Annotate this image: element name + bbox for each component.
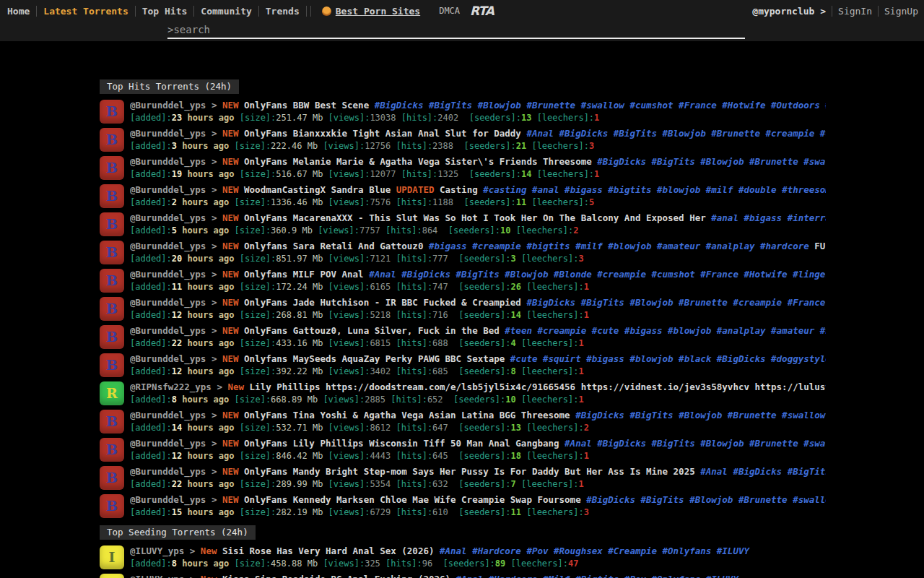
user-avatar-badge[interactable]: I (100, 545, 124, 569)
torrent-title-line: @Burunddel_yps > NEW OnlyFans Kennedy Ma… (130, 494, 826, 506)
torrent-tags[interactable]: #Anal #BigDicks #BigTits #Blowjob #Brune… (565, 438, 826, 449)
torrent-title[interactable]: OnlyFans Lily Phillips Wisconsin Tiff 50… (244, 438, 559, 449)
added-value: 11 (172, 282, 182, 292)
user-avatar-badge[interactable]: B (100, 325, 124, 349)
torrent-tags[interactable]: #BigDicks #BigTits #Blowjob #Brunette #c… (526, 297, 826, 308)
torrent-tags[interactable]: #Anal #BigDicks #BigTits #Blowjob #Blond… (369, 269, 826, 280)
user-avatar-badge[interactable]: B (100, 494, 124, 518)
torrent-username[interactable]: @Burunddel_yps (130, 212, 206, 223)
user-avatar-badge[interactable]: R (100, 381, 124, 405)
views-value: 3402 (370, 366, 391, 376)
torrent-tags[interactable]: #teen #creampie #cute #bigass #blowjob #… (505, 325, 826, 336)
nav-home[interactable]: Home (6, 6, 36, 17)
torrent-title[interactable]: OnlyFans Kennedy Marksen Chloe Mae Wife … (244, 494, 581, 505)
torrent-tags[interactable]: #casting #anal #bigass #bigtits #blowjob… (483, 184, 826, 195)
torrent-title[interactable]: FULL… (814, 241, 826, 251)
signin-link[interactable]: SignIn (838, 6, 872, 17)
user-avatar-badge[interactable]: B (100, 269, 124, 293)
nav-top-hits[interactable]: Top Hits (136, 6, 194, 17)
torrent-username[interactable]: @Burunddel_yps (130, 269, 206, 280)
views-label: [views]: (328, 479, 370, 489)
size-label: [size]: (240, 113, 276, 123)
torrent-username[interactable]: @ILUVY_yps (130, 545, 184, 556)
torrent-title[interactable]: Onlyfans Sara Retali And Gattouz0 (244, 241, 423, 251)
torrent-username[interactable]: @Burunddel_yps (130, 410, 206, 420)
added-label: [added]: (130, 113, 172, 123)
torrent-title[interactable]: Onlyfans MaySeeds AquaZay Perky PAWG BBC… (244, 353, 505, 364)
seeders-value: 14 (511, 310, 521, 320)
user-avatar-badge[interactable]: B (100, 128, 124, 152)
user-avatar-badge[interactable]: B (100, 156, 124, 180)
torrent-title[interactable]: WoodmanCastingX Sandra Blue (244, 184, 391, 195)
dmca-link[interactable]: DMCA (439, 6, 460, 16)
torrent-username[interactable]: @Burunddel_yps (130, 353, 206, 364)
torrent-username[interactable]: @ILUVY_yps (130, 574, 184, 578)
torrent-title[interactable]: OnlyFans BBW Best Scene (244, 100, 369, 111)
torrent-text: @Burunddel_yps > NEW Onlyfans Sara Retal… (130, 241, 826, 264)
torrent-title[interactable]: Onlyfans MILF POV Anal (244, 269, 364, 280)
torrent-tags[interactable]: #Anal #BigDicks #BigTits #Blowjob #Brune… (526, 128, 826, 139)
torrent-tags[interactable]: #BigDicks #BigTits #Blowjob #Brunette #s… (586, 494, 826, 505)
best-porn-sites-link[interactable]: Best Porn Sites (336, 6, 420, 17)
new-marker: NEW (222, 100, 239, 111)
hits-value: 688 (432, 338, 448, 348)
torrent-tags[interactable]: #Anal #BigDicks #BigTits … (700, 466, 826, 477)
torrent-username[interactable]: @Burunddel_yps (130, 156, 206, 167)
torrent-title[interactable]: Lily Phillips https://doodstream.com/e/l… (250, 381, 826, 392)
torrent-username[interactable]: @Burunddel_yps (130, 297, 206, 308)
torrent-title[interactable]: Kissa Sins Roadside BG Anal Fucking (202… (222, 574, 450, 578)
torrent-title[interactable]: OnlyFans Gattouz0, Luna Silver, Fuck in … (244, 325, 500, 336)
views-value: 5354 (370, 479, 391, 489)
chevron-right-icon: > (212, 212, 217, 223)
torrent-tags[interactable]: #BigDicks #BigTits #Blowjob #Brunette #s… (375, 100, 826, 111)
torrent-username[interactable]: @Burunddel_yps (130, 466, 206, 477)
user-avatar-badge[interactable]: B (100, 353, 124, 377)
torrent-title[interactable]: OnlyFans Bianxxxkie Tight Asian Anal Slu… (244, 128, 521, 139)
nav-latest-torrents[interactable]: Latest Torrents (37, 6, 134, 17)
account-menu[interactable]: @mypornclub > (752, 6, 826, 17)
added-unit: hours ago (187, 282, 234, 292)
torrent-tags[interactable]: #Anal #Hardcore #Milf #Bigtits #Pov #Onl… (456, 574, 738, 578)
torrent-title[interactable]: OnlyFans Tina Yoshi & Agatha Vega Asian … (244, 410, 570, 420)
user-avatar-badge[interactable]: B (100, 212, 124, 236)
search-input[interactable] (167, 22, 745, 39)
torrent-tags[interactable]: #Anal #Hardcore #Pov #Roughsex #Creampie… (440, 545, 749, 556)
user-avatar-badge[interactable]: B (100, 241, 124, 264)
added-unit: hours ago (182, 394, 229, 405)
torrent-username[interactable]: @Burunddel_yps (130, 438, 206, 449)
hits-label: [hits]: (396, 254, 433, 264)
torrent-tags[interactable]: #bigass #creampie #bigtits #milf #blowjo… (429, 241, 809, 251)
user-avatar-badge[interactable]: I (100, 574, 124, 578)
torrent-title[interactable]: Casting (440, 184, 478, 195)
torrent-tags[interactable]: #anal #bigass #interrac… (711, 212, 826, 223)
torrent-title[interactable]: Sisi Rose Has Very Hard Anal Sex (2026) (222, 545, 435, 556)
torrent-title[interactable]: OnlyFans Jade Hutchison - IR BBC Fucked … (244, 297, 521, 308)
torrent-username[interactable]: @Burunddel_yps (130, 100, 206, 111)
torrent-username[interactable]: @Burunddel_yps (130, 325, 206, 336)
user-avatar-badge[interactable]: B (100, 466, 124, 490)
user-avatar-badge[interactable]: B (100, 184, 124, 208)
nav-trends[interactable]: Trends (259, 6, 306, 17)
torrent-username[interactable]: @Burunddel_yps (130, 128, 206, 139)
user-avatar-badge[interactable]: B (100, 410, 124, 434)
torrent-tags[interactable]: #BigDicks #BigTits #Blowjob #Brunette #s… (575, 410, 826, 420)
user-avatar-badge[interactable]: B (100, 438, 124, 462)
added-label: [added]: (130, 169, 172, 179)
torrent-username[interactable]: @RIPNsfw222_yps (130, 381, 212, 392)
views-label: [views]: (328, 366, 370, 376)
added-label: [added]: (130, 197, 172, 207)
torrent-tags[interactable]: #BigDicks #BigTits #Blowjob #Brunette #s… (597, 156, 826, 167)
nav-community[interactable]: Community (194, 6, 258, 17)
views-label: [views]: (328, 507, 370, 517)
chevron-right-icon: > (212, 128, 217, 139)
torrent-title[interactable]: OnlyFans Mandy Bright Step-mom Says Her … (244, 466, 695, 477)
torrent-title[interactable]: OnlyFans MacarenaXXX - This Slut Was So … (244, 212, 706, 223)
user-avatar-badge[interactable]: B (100, 100, 124, 124)
torrent-tags[interactable]: #cute #squirt #bigass #blowjob #black #B… (510, 353, 826, 364)
torrent-title[interactable]: OnlyFans Melanie Marie & Agatha Vega Sis… (244, 156, 592, 167)
signup-link[interactable]: SignUp (884, 6, 918, 17)
torrent-username[interactable]: @Burunddel_yps (130, 241, 206, 251)
torrent-username[interactable]: @Burunddel_yps (130, 494, 206, 505)
torrent-username[interactable]: @Burunddel_yps (130, 184, 206, 195)
user-avatar-badge[interactable]: B (100, 297, 124, 321)
